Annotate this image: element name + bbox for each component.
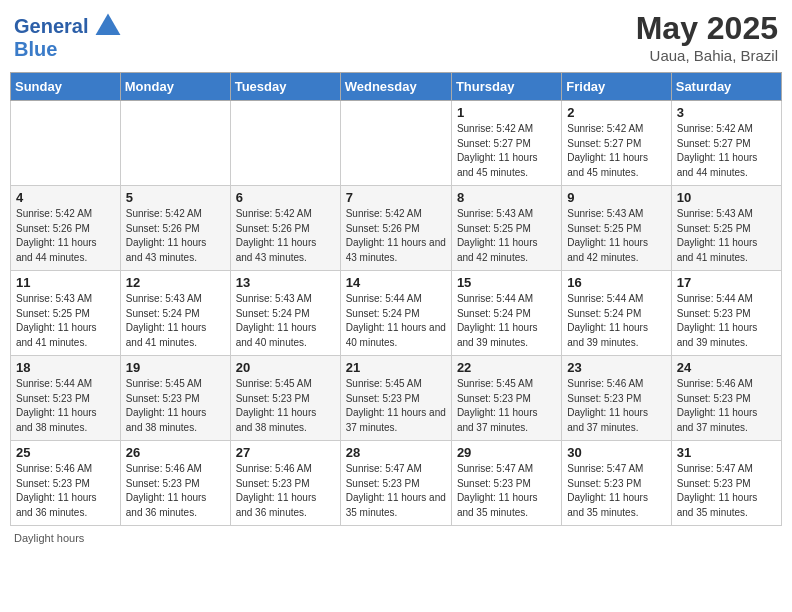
day-info: Sunrise: 5:43 AM Sunset: 5:24 PM Dayligh… — [126, 292, 225, 350]
day-number: 31 — [677, 445, 776, 460]
calendar-cell: 3Sunrise: 5:42 AM Sunset: 5:27 PM Daylig… — [671, 101, 781, 186]
day-info: Sunrise: 5:45 AM Sunset: 5:23 PM Dayligh… — [457, 377, 556, 435]
calendar-cell: 12Sunrise: 5:43 AM Sunset: 5:24 PM Dayli… — [120, 271, 230, 356]
day-number: 18 — [16, 360, 115, 375]
calendar-cell — [120, 101, 230, 186]
calendar-cell: 26Sunrise: 5:46 AM Sunset: 5:23 PM Dayli… — [120, 441, 230, 526]
day-info: Sunrise: 5:46 AM Sunset: 5:23 PM Dayligh… — [236, 462, 335, 520]
day-info: Sunrise: 5:42 AM Sunset: 5:27 PM Dayligh… — [567, 122, 665, 180]
day-number: 14 — [346, 275, 446, 290]
col-saturday: Saturday — [671, 73, 781, 101]
calendar-week-3: 11Sunrise: 5:43 AM Sunset: 5:25 PM Dayli… — [11, 271, 782, 356]
day-number: 16 — [567, 275, 665, 290]
day-number: 22 — [457, 360, 556, 375]
col-monday: Monday — [120, 73, 230, 101]
calendar-cell: 6Sunrise: 5:42 AM Sunset: 5:26 PM Daylig… — [230, 186, 340, 271]
day-number: 10 — [677, 190, 776, 205]
day-number: 17 — [677, 275, 776, 290]
day-number: 25 — [16, 445, 115, 460]
day-info: Sunrise: 5:43 AM Sunset: 5:25 PM Dayligh… — [457, 207, 556, 265]
day-info: Sunrise: 5:45 AM Sunset: 5:23 PM Dayligh… — [126, 377, 225, 435]
calendar-cell: 8Sunrise: 5:43 AM Sunset: 5:25 PM Daylig… — [451, 186, 561, 271]
calendar-cell: 4Sunrise: 5:42 AM Sunset: 5:26 PM Daylig… — [11, 186, 121, 271]
day-number: 21 — [346, 360, 446, 375]
calendar-cell: 24Sunrise: 5:46 AM Sunset: 5:23 PM Dayli… — [671, 356, 781, 441]
logo: General Blue — [14, 10, 124, 61]
calendar-cell: 13Sunrise: 5:43 AM Sunset: 5:24 PM Dayli… — [230, 271, 340, 356]
day-info: Sunrise: 5:42 AM Sunset: 5:26 PM Dayligh… — [126, 207, 225, 265]
day-number: 12 — [126, 275, 225, 290]
day-number: 7 — [346, 190, 446, 205]
calendar-cell: 22Sunrise: 5:45 AM Sunset: 5:23 PM Dayli… — [451, 356, 561, 441]
svg-marker-0 — [96, 14, 121, 35]
calendar-cell: 31Sunrise: 5:47 AM Sunset: 5:23 PM Dayli… — [671, 441, 781, 526]
day-info: Sunrise: 5:47 AM Sunset: 5:23 PM Dayligh… — [677, 462, 776, 520]
day-number: 2 — [567, 105, 665, 120]
col-friday: Friday — [562, 73, 671, 101]
title-block: May 2025 Uaua, Bahia, Brazil — [636, 10, 778, 64]
day-info: Sunrise: 5:44 AM Sunset: 5:23 PM Dayligh… — [16, 377, 115, 435]
calendar-table: Sunday Monday Tuesday Wednesday Thursday… — [10, 72, 782, 526]
logo-icon — [92, 10, 124, 42]
calendar-cell: 11Sunrise: 5:43 AM Sunset: 5:25 PM Dayli… — [11, 271, 121, 356]
day-info: Sunrise: 5:46 AM Sunset: 5:23 PM Dayligh… — [567, 377, 665, 435]
day-number: 29 — [457, 445, 556, 460]
calendar-week-1: 1Sunrise: 5:42 AM Sunset: 5:27 PM Daylig… — [11, 101, 782, 186]
day-number: 15 — [457, 275, 556, 290]
calendar-cell: 20Sunrise: 5:45 AM Sunset: 5:23 PM Dayli… — [230, 356, 340, 441]
col-wednesday: Wednesday — [340, 73, 451, 101]
day-number: 20 — [236, 360, 335, 375]
footer: Daylight hours — [10, 532, 782, 544]
day-number: 13 — [236, 275, 335, 290]
calendar-week-2: 4Sunrise: 5:42 AM Sunset: 5:26 PM Daylig… — [11, 186, 782, 271]
day-number: 26 — [126, 445, 225, 460]
day-info: Sunrise: 5:44 AM Sunset: 5:24 PM Dayligh… — [457, 292, 556, 350]
day-info: Sunrise: 5:42 AM Sunset: 5:26 PM Dayligh… — [236, 207, 335, 265]
calendar-week-5: 25Sunrise: 5:46 AM Sunset: 5:23 PM Dayli… — [11, 441, 782, 526]
day-number: 24 — [677, 360, 776, 375]
day-info: Sunrise: 5:43 AM Sunset: 5:25 PM Dayligh… — [16, 292, 115, 350]
calendar-cell: 5Sunrise: 5:42 AM Sunset: 5:26 PM Daylig… — [120, 186, 230, 271]
calendar-cell: 29Sunrise: 5:47 AM Sunset: 5:23 PM Dayli… — [451, 441, 561, 526]
day-number: 4 — [16, 190, 115, 205]
col-sunday: Sunday — [11, 73, 121, 101]
col-tuesday: Tuesday — [230, 73, 340, 101]
day-info: Sunrise: 5:44 AM Sunset: 5:23 PM Dayligh… — [677, 292, 776, 350]
col-thursday: Thursday — [451, 73, 561, 101]
calendar-cell: 14Sunrise: 5:44 AM Sunset: 5:24 PM Dayli… — [340, 271, 451, 356]
location: Uaua, Bahia, Brazil — [636, 47, 778, 64]
day-info: Sunrise: 5:47 AM Sunset: 5:23 PM Dayligh… — [346, 462, 446, 520]
day-info: Sunrise: 5:47 AM Sunset: 5:23 PM Dayligh… — [457, 462, 556, 520]
header: General Blue May 2025 Uaua, Bahia, Brazi… — [10, 10, 782, 64]
calendar-cell: 17Sunrise: 5:44 AM Sunset: 5:23 PM Dayli… — [671, 271, 781, 356]
calendar-cell — [230, 101, 340, 186]
day-info: Sunrise: 5:42 AM Sunset: 5:26 PM Dayligh… — [346, 207, 446, 265]
calendar-cell: 23Sunrise: 5:46 AM Sunset: 5:23 PM Dayli… — [562, 356, 671, 441]
day-number: 6 — [236, 190, 335, 205]
calendar-cell: 28Sunrise: 5:47 AM Sunset: 5:23 PM Dayli… — [340, 441, 451, 526]
day-info: Sunrise: 5:47 AM Sunset: 5:23 PM Dayligh… — [567, 462, 665, 520]
calendar-cell — [11, 101, 121, 186]
day-number: 19 — [126, 360, 225, 375]
month-year: May 2025 — [636, 10, 778, 47]
day-info: Sunrise: 5:43 AM Sunset: 5:25 PM Dayligh… — [677, 207, 776, 265]
day-info: Sunrise: 5:46 AM Sunset: 5:23 PM Dayligh… — [677, 377, 776, 435]
calendar-cell: 27Sunrise: 5:46 AM Sunset: 5:23 PM Dayli… — [230, 441, 340, 526]
day-info: Sunrise: 5:43 AM Sunset: 5:25 PM Dayligh… — [567, 207, 665, 265]
calendar-header-row: Sunday Monday Tuesday Wednesday Thursday… — [11, 73, 782, 101]
day-number: 27 — [236, 445, 335, 460]
calendar-cell: 2Sunrise: 5:42 AM Sunset: 5:27 PM Daylig… — [562, 101, 671, 186]
calendar-cell: 15Sunrise: 5:44 AM Sunset: 5:24 PM Dayli… — [451, 271, 561, 356]
day-number: 8 — [457, 190, 556, 205]
calendar-week-4: 18Sunrise: 5:44 AM Sunset: 5:23 PM Dayli… — [11, 356, 782, 441]
calendar-cell: 18Sunrise: 5:44 AM Sunset: 5:23 PM Dayli… — [11, 356, 121, 441]
day-info: Sunrise: 5:42 AM Sunset: 5:26 PM Dayligh… — [16, 207, 115, 265]
day-number: 5 — [126, 190, 225, 205]
day-number: 3 — [677, 105, 776, 120]
day-info: Sunrise: 5:45 AM Sunset: 5:23 PM Dayligh… — [346, 377, 446, 435]
calendar-cell — [340, 101, 451, 186]
day-number: 9 — [567, 190, 665, 205]
calendar-cell: 1Sunrise: 5:42 AM Sunset: 5:27 PM Daylig… — [451, 101, 561, 186]
calendar-cell: 7Sunrise: 5:42 AM Sunset: 5:26 PM Daylig… — [340, 186, 451, 271]
calendar-cell: 9Sunrise: 5:43 AM Sunset: 5:25 PM Daylig… — [562, 186, 671, 271]
